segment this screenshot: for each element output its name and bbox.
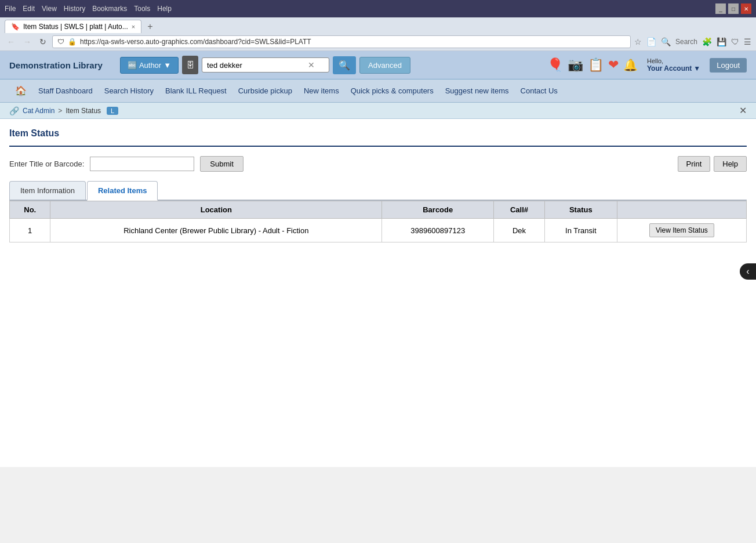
menu-help[interactable]: Help: [157, 5, 172, 13]
print-button[interactable]: Print: [678, 156, 711, 172]
page-title: Item Status: [9, 128, 747, 139]
search-go-button[interactable]: 🔍: [333, 56, 356, 74]
nav-home-icon[interactable]: 🏠: [9, 82, 32, 100]
barcode-input[interactable]: [90, 157, 194, 171]
account-area: Hello, Your Account ▼: [647, 57, 700, 73]
new-tab-button[interactable]: +: [144, 20, 156, 33]
nav-new-items[interactable]: New items: [298, 83, 345, 99]
database-icon: 🗄: [186, 60, 194, 70]
maximize-button[interactable]: □: [728, 3, 739, 14]
breadcrumb-current: Item Status: [66, 107, 101, 115]
cell-action: View Item Status: [617, 219, 746, 242]
address-bar-row: ← → ↻ 🛡 🔒 https://qa-swls-verso.auto-gra…: [0, 33, 756, 51]
tab-favicon: 🔖: [11, 23, 20, 31]
forward-button[interactable]: →: [21, 36, 34, 48]
heart-icon[interactable]: ❤: [608, 57, 619, 73]
tab-title: Item Status | SWLS | platt | Auto...: [23, 23, 128, 31]
list-icon[interactable]: 📋: [588, 57, 604, 73]
breadcrumb-close-button[interactable]: ✕: [739, 105, 747, 116]
account-chevron-icon: ▼: [693, 64, 700, 73]
nav-search-history[interactable]: Search History: [99, 83, 159, 99]
menu-file[interactable]: File: [5, 5, 16, 13]
menu-icon[interactable]: ☰: [744, 37, 751, 46]
nav-contact[interactable]: Contact Us: [515, 83, 564, 99]
account-dropdown-button[interactable]: Your Account ▼: [647, 64, 700, 73]
advanced-search-button[interactable]: Advanced: [359, 57, 410, 74]
browser-search-label: Search: [675, 38, 697, 46]
cell-barcode: 3989600897123: [382, 219, 494, 242]
tab-close-button[interactable]: ×: [132, 23, 135, 30]
browser-search-icon[interactable]: 🔍: [661, 37, 671, 46]
account-label: Your Account: [647, 64, 692, 73]
help-button[interactable]: Help: [714, 156, 747, 172]
view-item-status-button[interactable]: View Item Status: [649, 223, 714, 237]
menu-history[interactable]: History: [64, 5, 85, 13]
address-lock-icon: 🔒: [68, 38, 77, 46]
search-clear-button[interactable]: ✕: [308, 60, 315, 70]
form-row: Enter Title or Barcode: Submit Print Hel…: [9, 156, 747, 172]
nav-blank-ill[interactable]: Blank ILL Request: [159, 83, 232, 99]
search-type-chevron-icon: ▼: [163, 61, 171, 70]
chevron-left-icon: ‹: [746, 266, 749, 277]
tab-item-information[interactable]: Item Information: [9, 181, 86, 200]
page-title-divider: [9, 146, 747, 147]
breadcrumb-link-icon: 🔗: [9, 106, 19, 115]
minimize-button[interactable]: _: [715, 3, 726, 14]
search-type-label: Author: [139, 61, 161, 70]
reading-list-icon[interactable]: 📄: [646, 37, 656, 46]
nav-curbside[interactable]: Curbside pickup: [232, 83, 298, 99]
camera-icon[interactable]: 📷: [568, 57, 583, 73]
logout-button[interactable]: Logout: [710, 58, 747, 73]
title-bar: File Edit View History Bookmarks Tools H…: [0, 0, 756, 17]
nav-suggest[interactable]: Suggest new items: [439, 83, 515, 99]
nav-staff-dashboard[interactable]: Staff Dashboard: [32, 83, 99, 99]
menu-view[interactable]: View: [42, 5, 57, 13]
save-icon[interactable]: 💾: [717, 37, 726, 46]
breadcrumb-separator: >: [58, 107, 62, 115]
header-icons: 🎈 📷 📋 ❤ 🔔 Hello, Your Account ▼ Logout: [547, 57, 747, 73]
search-magnifier-icon: 🔍: [339, 60, 350, 70]
breadcrumb-bar: 🔗 Cat Admin > Item Status L ✕: [0, 103, 756, 119]
extensions-icon[interactable]: 🧩: [702, 37, 712, 46]
search-bar: 🔤 Author ▼ 🗄 ✕ 🔍 Advanced: [120, 56, 410, 74]
app-header: Demonstration Library 🔤 Author ▼ 🗄 ✕ 🔍 A…: [0, 51, 756, 79]
breadcrumb-badge: L: [107, 107, 118, 115]
tab-bar: 🔖 Item Status | SWLS | platt | Auto... ×…: [0, 17, 756, 33]
bell-icon[interactable]: 🔔: [623, 58, 638, 72]
search-type-icon: 🔤: [128, 61, 137, 70]
balloon-icon[interactable]: 🎈: [547, 57, 563, 73]
cell-callno: Dek: [494, 219, 544, 242]
table-header: No. Location Barcode Call# Status: [10, 201, 747, 219]
col-status: Status: [544, 201, 617, 219]
cell-no: 1: [10, 219, 50, 242]
back-button[interactable]: ←: [5, 36, 17, 48]
shield-icon[interactable]: 🛡: [731, 37, 739, 46]
tabs-row: Item Information Related Items: [9, 181, 747, 201]
collapse-panel-button[interactable]: ‹: [740, 263, 756, 280]
breadcrumb-cat-admin-link[interactable]: Cat Admin: [23, 107, 54, 115]
col-barcode: Barcode: [382, 201, 494, 219]
col-location: Location: [50, 201, 382, 219]
menu-bookmarks[interactable]: Bookmarks: [92, 5, 127, 13]
col-no: No.: [10, 201, 50, 219]
hello-text: Hello,: [647, 57, 663, 64]
close-window-button[interactable]: ✕: [741, 3, 751, 14]
app-logo: Demonstration Library: [9, 60, 103, 70]
search-input[interactable]: [207, 61, 304, 70]
bookmark-icon[interactable]: ☆: [634, 37, 642, 46]
menu-tools[interactable]: Tools: [134, 5, 150, 13]
nav-bar: 🏠 Staff Dashboard Search History Blank I…: [0, 79, 756, 103]
cell-location: Richland Center (Brewer Public Library) …: [50, 219, 382, 242]
col-action: [617, 201, 746, 219]
menu-edit[interactable]: Edit: [23, 5, 35, 13]
nav-quick-picks[interactable]: Quick picks & computers: [345, 83, 439, 99]
address-bar[interactable]: 🛡 🔒 https://qa-swls-verso.auto-graphics.…: [52, 35, 631, 48]
tab-related-items[interactable]: Related Items: [87, 181, 158, 201]
browser-tab-active[interactable]: 🔖 Item Status | SWLS | platt | Auto... ×: [5, 20, 141, 33]
search-db-button[interactable]: 🗄: [182, 56, 198, 74]
table-row: 1 Richland Center (Brewer Public Library…: [10, 219, 747, 242]
reload-button[interactable]: ↻: [37, 36, 49, 48]
search-type-dropdown[interactable]: 🔤 Author ▼: [120, 57, 179, 74]
barcode-label: Enter Title or Barcode:: [9, 160, 84, 168]
submit-button[interactable]: Submit: [200, 156, 243, 172]
